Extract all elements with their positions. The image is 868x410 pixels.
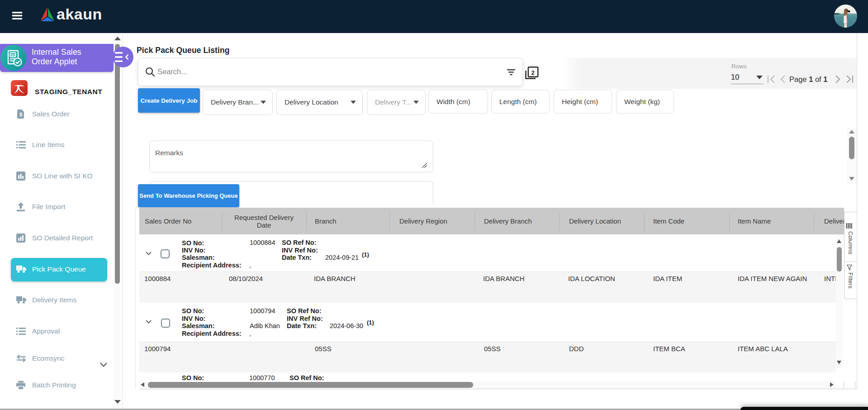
svg-text:2: 2 [531, 69, 535, 76]
svg-text:$: $ [19, 112, 22, 117]
svg-text:SO: SO [11, 53, 16, 57]
